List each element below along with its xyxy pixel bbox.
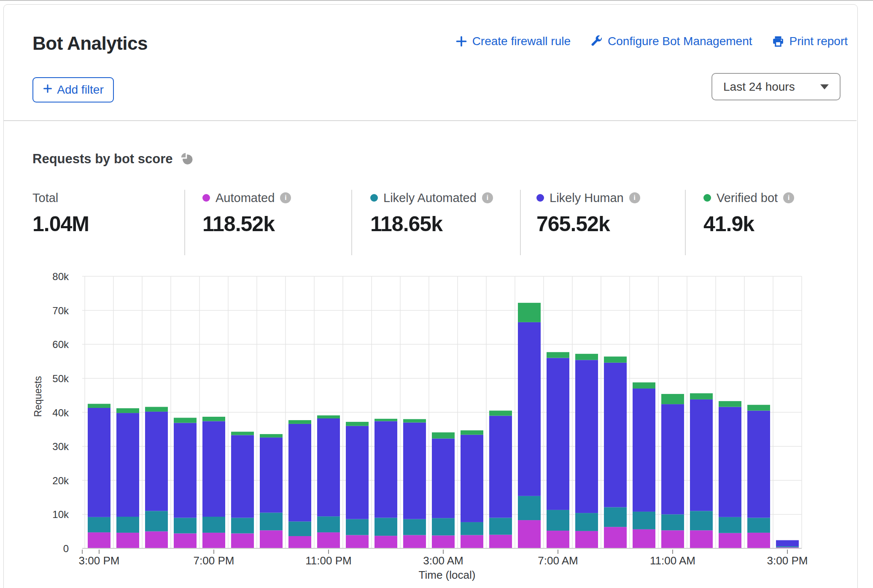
bar-segment-automated[interactable]: [690, 530, 713, 548]
bar-segment-likely-human[interactable]: [375, 421, 397, 518]
info-icon[interactable]: i: [280, 192, 291, 203]
bar-segment-likely-automated[interactable]: [260, 512, 283, 530]
bar-segment-verified-bot[interactable]: [747, 405, 770, 411]
bar-segment-likely-human[interactable]: [547, 358, 569, 510]
bar-segment-likely-human[interactable]: [346, 426, 369, 519]
bar-segment-verified-bot[interactable]: [403, 419, 426, 423]
bar-segment-verified-bot[interactable]: [461, 430, 483, 434]
bar-segment-likely-automated[interactable]: [202, 517, 225, 533]
bar-segment-automated[interactable]: [489, 535, 512, 548]
bar-segment-likely-automated[interactable]: [690, 511, 713, 530]
bar-segment-likely-automated[interactable]: [575, 513, 598, 531]
bar-segment-verified-bot[interactable]: [575, 354, 598, 360]
bar-segment-verified-bot[interactable]: [661, 394, 684, 404]
bar-segment-likely-automated[interactable]: [231, 518, 254, 533]
info-icon[interactable]: i: [783, 192, 794, 203]
bar-segment-likely-human[interactable]: [776, 540, 799, 547]
bar-segment-verified-bot[interactable]: [231, 432, 254, 435]
bar-segment-likely-human[interactable]: [690, 399, 713, 511]
bar-segment-likely-automated[interactable]: [633, 512, 655, 529]
bar-segment-likely-automated[interactable]: [375, 518, 397, 536]
bar-segment-likely-human[interactable]: [719, 407, 741, 517]
bar-segment-automated[interactable]: [575, 531, 598, 548]
bar-segment-automated[interactable]: [202, 533, 225, 548]
bar-segment-verified-bot[interactable]: [489, 410, 512, 415]
bar-segment-automated[interactable]: [633, 529, 655, 548]
bar-segment-automated[interactable]: [145, 531, 168, 548]
bar-segment-likely-human[interactable]: [604, 363, 627, 507]
bar-segment-verified-bot[interactable]: [288, 420, 311, 424]
bar-segment-likely-automated[interactable]: [403, 519, 426, 535]
bar-segment-automated[interactable]: [518, 520, 541, 548]
bar-segment-likely-automated[interactable]: [604, 507, 627, 527]
bar-segment-likely-human[interactable]: [116, 413, 139, 517]
bar-segment-automated[interactable]: [260, 530, 283, 548]
bar-segment-automated[interactable]: [403, 535, 426, 548]
bar-segment-likely-human[interactable]: [747, 410, 770, 518]
bar-segment-automated[interactable]: [231, 534, 254, 548]
bar-segment-verified-bot[interactable]: [432, 432, 455, 439]
bar-segment-likely-automated[interactable]: [346, 519, 369, 535]
bar-segment-likely-human[interactable]: [432, 439, 455, 518]
print-report-link[interactable]: Print report: [772, 35, 848, 48]
bar-segment-automated[interactable]: [88, 532, 110, 548]
bar-segment-automated[interactable]: [719, 533, 741, 548]
bar-segment-likely-human[interactable]: [661, 404, 684, 514]
bar-segment-likely-automated[interactable]: [719, 517, 741, 533]
bar-segment-verified-bot[interactable]: [88, 404, 110, 408]
bar-segment-automated[interactable]: [346, 535, 369, 548]
bar-segment-likely-automated[interactable]: [116, 517, 139, 533]
bar-segment-likely-human[interactable]: [288, 424, 311, 521]
bar-segment-verified-bot[interactable]: [202, 417, 225, 421]
bar-segment-automated[interactable]: [461, 535, 483, 548]
bar-segment-automated[interactable]: [116, 533, 139, 548]
bar-segment-likely-human[interactable]: [88, 408, 110, 517]
bar-segment-likely-automated[interactable]: [317, 516, 340, 532]
bar-segment-likely-human[interactable]: [575, 360, 598, 513]
bar-segment-likely-human[interactable]: [633, 388, 655, 512]
bar-segment-likely-human[interactable]: [260, 437, 283, 512]
bar-segment-likely-automated[interactable]: [288, 521, 311, 536]
bar-segment-verified-bot[interactable]: [547, 352, 569, 358]
bar-segment-verified-bot[interactable]: [604, 356, 627, 363]
bar-segment-likely-automated[interactable]: [547, 510, 569, 531]
bar-segment-likely-human[interactable]: [518, 322, 541, 496]
bar-segment-verified-bot[interactable]: [145, 407, 168, 412]
bar-segment-automated[interactable]: [747, 533, 770, 548]
bar-segment-likely-automated[interactable]: [776, 546, 799, 547]
info-icon[interactable]: i: [482, 192, 493, 203]
add-filter-button[interactable]: Add filter: [32, 77, 114, 102]
bar-segment-likely-automated[interactable]: [461, 522, 483, 535]
bar-segment-likely-human[interactable]: [461, 435, 483, 522]
bar-segment-likely-human[interactable]: [231, 435, 254, 518]
bar-segment-verified-bot[interactable]: [518, 303, 541, 322]
bar-segment-likely-automated[interactable]: [489, 518, 512, 534]
bar-segment-likely-automated[interactable]: [518, 496, 541, 520]
bar-segment-likely-automated[interactable]: [661, 514, 684, 530]
bar-segment-likely-automated[interactable]: [88, 517, 110, 532]
bar-segment-automated[interactable]: [661, 530, 684, 548]
bar-segment-verified-bot[interactable]: [375, 419, 397, 421]
time-range-select[interactable]: Last 24 hours: [711, 73, 841, 100]
bar-segment-automated[interactable]: [317, 532, 340, 548]
bar-segment-likely-human[interactable]: [403, 423, 426, 519]
bar-segment-verified-bot[interactable]: [317, 415, 340, 418]
bar-segment-verified-bot[interactable]: [174, 418, 197, 423]
bar-segment-automated[interactable]: [432, 535, 455, 548]
bar-segment-likely-human[interactable]: [317, 418, 340, 516]
bar-segment-likely-human[interactable]: [202, 421, 225, 517]
bar-segment-verified-bot[interactable]: [633, 383, 655, 389]
bar-segment-automated[interactable]: [604, 527, 627, 548]
bar-segment-likely-human[interactable]: [174, 423, 197, 518]
bar-segment-verified-bot[interactable]: [116, 408, 139, 413]
bar-segment-automated[interactable]: [547, 531, 569, 548]
bar-segment-automated[interactable]: [375, 536, 397, 548]
bar-segment-verified-bot[interactable]: [260, 434, 283, 437]
info-icon[interactable]: i: [629, 192, 640, 203]
bar-segment-verified-bot[interactable]: [346, 422, 369, 426]
create-firewall-rule-link[interactable]: Create firewall rule: [455, 35, 571, 48]
bar-segment-likely-automated[interactable]: [432, 518, 455, 535]
bar-segment-likely-human[interactable]: [489, 416, 512, 518]
requests-by-bot-score-chart[interactable]: 3:00 PM7:00 PM11:00 PM3:00 AM7:00 AM11:0…: [0, 253, 873, 588]
bar-segment-verified-bot[interactable]: [719, 401, 741, 407]
